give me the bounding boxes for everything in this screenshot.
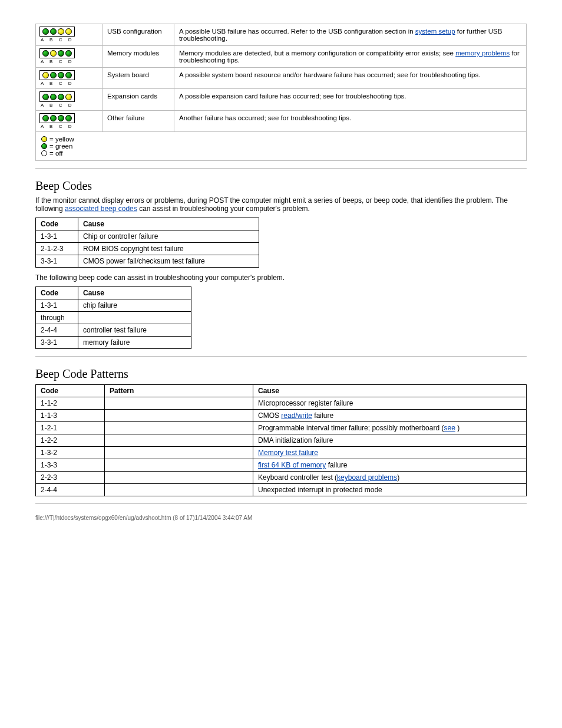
led-green-icon: [58, 72, 64, 78]
table-cell: 1-3-1: [36, 299, 78, 312]
table-cell: [105, 422, 253, 434]
table-link[interactable]: read/write: [281, 411, 312, 420]
col-header: Cause: [253, 385, 527, 397]
diag-text: Memory modules are detected, but a memor…: [174, 46, 527, 68]
table-cell: through: [36, 312, 78, 324]
led-green-icon: [58, 94, 64, 100]
table-cell: 1-1-2: [36, 397, 105, 410]
table-cell: CMOS read/write failure: [253, 410, 527, 422]
led-labels: A B C D: [39, 103, 98, 108]
beep-intro: If the monitor cannot display errors or …: [35, 196, 527, 213]
led-green-icon: [42, 115, 49, 121]
col-header: Code: [36, 385, 105, 397]
table-cell: [105, 434, 253, 447]
led-green-icon: [42, 50, 49, 57]
table-cell: Chip or controller failure: [78, 230, 259, 243]
table-cell: first 64 KB of memory failure: [253, 459, 527, 472]
led-green-icon: [65, 115, 72, 121]
table-cell: [105, 459, 253, 472]
table-cell: 2-4-4: [36, 324, 78, 337]
table-link[interactable]: keyboard problems: [337, 473, 397, 482]
table-cell: 2-4-4: [36, 484, 105, 496]
led-green-icon: [42, 28, 49, 35]
table-cell: 1-3-3: [36, 459, 105, 472]
led-yellow-icon: [42, 72, 49, 78]
page-footer: file:///T|/htdocs/systems/opgx60/en/ug/a…: [35, 515, 527, 521]
beep-code-table-2: CodeCause1-3-1chip failurethrough2-4-4co…: [35, 286, 191, 349]
led-labels: A B C D: [39, 37, 98, 42]
table-cell: 2-2-3: [36, 472, 105, 484]
table-cell: 2-1-2-3: [36, 243, 78, 255]
table-cell: CMOS power fail/checksum test failure: [78, 255, 259, 268]
table-cell: [105, 447, 253, 459]
diag-text: Another failure has occurred; see for tr…: [174, 110, 527, 131]
table-link[interactable]: see: [444, 424, 455, 432]
beep-pattern-table: CodePatternCause1-1-2Microprocessor regi…: [35, 384, 527, 496]
diag-cause: Memory modules: [103, 46, 174, 68]
table-cell: [105, 472, 253, 484]
led-cell: A B C D: [36, 110, 103, 131]
led-green-icon: [58, 50, 64, 57]
table-cell: 3-3-1: [36, 255, 78, 268]
led-cell: A B C D: [36, 68, 103, 89]
table-cell: 1-3-1: [36, 230, 78, 243]
led-labels: A B C D: [39, 59, 98, 64]
col-header: Cause: [78, 218, 259, 230]
associated-beep-codes-link[interactable]: associated beep codes: [65, 205, 137, 213]
led-cell: A B C D: [36, 24, 103, 46]
table-cell: 1-2-1: [36, 422, 105, 434]
diag-text: A possible USB failure has occurred. Ref…: [174, 24, 527, 46]
table-cell: [78, 312, 191, 324]
led-labels: A B C D: [39, 124, 98, 129]
col-header: Pattern: [105, 385, 253, 397]
table-link[interactable]: Memory test failure: [258, 449, 318, 457]
col-header: Cause: [78, 287, 191, 299]
table-cell: Microprocessor register failure: [253, 397, 527, 410]
table-link[interactable]: first 64 KB of memory: [258, 461, 326, 469]
diag-cause: USB configuration: [103, 24, 174, 46]
diagnostic-led-table: A B C DUSB configurationA possible USB f…: [35, 24, 527, 161]
table-cell: DMA initialization failure: [253, 434, 527, 447]
legend-green: = green: [49, 143, 72, 150]
table-cell: Unexpected interrupt in protected mode: [253, 484, 527, 496]
led-green-icon: [50, 72, 57, 78]
beep-codes-heading: Beep Codes: [35, 179, 527, 193]
led-green-icon: [42, 94, 49, 100]
led-yellow-icon: [50, 50, 57, 57]
led-green-icon: [65, 50, 72, 57]
led-cell: A B C D: [36, 89, 103, 110]
diag-link[interactable]: system setup: [415, 28, 455, 35]
led-green-icon: [50, 94, 57, 100]
beep-note: The following beep code can assist in tr…: [35, 274, 527, 282]
table-cell: controller test failure: [78, 324, 191, 337]
led-yellow-icon: [65, 28, 72, 35]
led-labels: A B C D: [39, 81, 98, 86]
table-cell: memory failure: [78, 337, 191, 349]
table-cell: 1-2-2: [36, 434, 105, 447]
legend-off: = off: [49, 150, 63, 157]
table-cell: 3-3-1: [36, 337, 78, 349]
table-cell: [105, 410, 253, 422]
col-header: Code: [36, 218, 78, 230]
diag-text: A possible system board resource and/or …: [174, 68, 527, 89]
table-cell: 1-3-2: [36, 447, 105, 459]
beep-code-table-1: CodeCause1-3-1Chip or controller failure…: [35, 218, 259, 268]
led-legend: = yellow = green = off: [36, 132, 527, 161]
led-yellow-icon: [65, 94, 72, 100]
led-cell: A B C D: [36, 46, 103, 68]
table-cell: Keyboard controller test (keyboard probl…: [253, 472, 527, 484]
table-cell: chip failure: [78, 299, 191, 312]
beep-code-patterns-heading: Beep Code Patterns: [35, 367, 527, 381]
table-cell: 1-1-3: [36, 410, 105, 422]
col-header: Code: [36, 287, 78, 299]
legend-yellow: = yellow: [49, 136, 74, 143]
table-cell: [105, 397, 253, 410]
table-cell: Memory test failure: [253, 447, 527, 459]
table-cell: Programmable interval timer failure; pos…: [253, 422, 527, 434]
diag-cause: Expansion cards: [103, 89, 174, 110]
diag-cause: System board: [103, 68, 174, 89]
table-cell: ROM BIOS copyright test failure: [78, 243, 259, 255]
led-yellow-icon: [58, 28, 64, 35]
diag-link[interactable]: memory problems: [455, 50, 510, 57]
diag-text: A possible expansion card failure has oc…: [174, 89, 527, 110]
